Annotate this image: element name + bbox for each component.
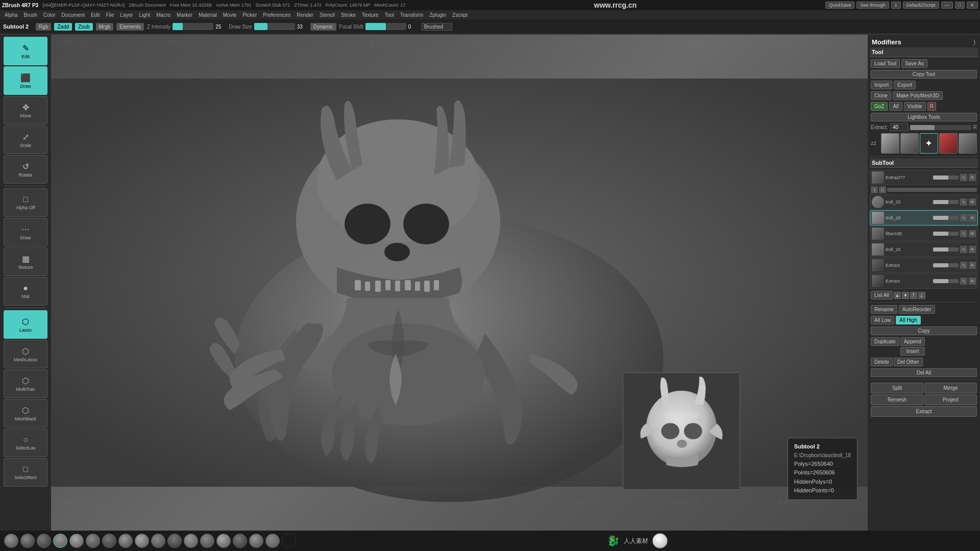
subtool-eye-troll15[interactable]: 👁: [969, 246, 976, 253]
menu-tool[interactable]: Tool: [382, 11, 397, 19]
menu-layer[interactable]: Layer: [118, 11, 136, 19]
subtool-item-troll20[interactable]: troll_20 ✎ 👁: [870, 194, 978, 210]
del-all-button[interactable]: Del All: [871, 368, 977, 377]
menu-marker[interactable]: Marker: [174, 11, 195, 19]
tool-draw[interactable]: ⬛ Draw: [4, 66, 47, 95]
merge-button[interactable]: Merge: [924, 383, 977, 393]
subtool-item-extract1[interactable]: Extract ✎ 👁: [870, 258, 978, 273]
insert-button[interactable]: Insert: [900, 347, 925, 356]
brush-thumb-1[interactable]: [4, 534, 18, 548]
menu-brush[interactable]: Brush: [21, 11, 40, 19]
move-bottom-button[interactable]: ⤓: [918, 292, 925, 299]
tool-draw2[interactable]: ⋯ Draw: [4, 218, 47, 246]
subtool-pencil-1[interactable]: ✎: [960, 174, 967, 181]
extract-thumb-star[interactable]: ✦: [920, 133, 938, 154]
icon-move-1[interactable]: ⇕: [871, 186, 878, 193]
export-button[interactable]: Export: [894, 81, 916, 89]
tool-alpha-off[interactable]: □ Alpha Off: [4, 188, 47, 217]
subtool-slider-fibers36[interactable]: [933, 232, 959, 236]
z-intensity-slider[interactable]: [173, 23, 213, 30]
menu-light[interactable]: Light: [137, 11, 153, 19]
menu-file[interactable]: File: [103, 11, 116, 19]
subtool-slider-extract2[interactable]: [933, 279, 959, 283]
brush-thumb-16[interactable]: [249, 534, 263, 548]
move-top-button[interactable]: ⤒: [910, 292, 917, 299]
see-through-button[interactable]: See through: [856, 2, 889, 9]
brush-thumb-10[interactable]: [151, 534, 165, 548]
subtool-pencil-troll15[interactable]: ✎: [960, 246, 967, 253]
subtool-pencil-fibers36[interactable]: ✎: [960, 230, 967, 237]
see-through-val[interactable]: 1: [891, 2, 901, 9]
goz-button[interactable]: GoZ: [871, 102, 888, 111]
brush-thumb-9[interactable]: [135, 534, 149, 548]
brushed-input[interactable]: [422, 23, 452, 31]
remesh-button[interactable]: Remesh: [871, 394, 923, 405]
tool-multitran[interactable]: ⬡ MultiTran: [4, 369, 47, 398]
menu-transform[interactable]: Transform: [398, 11, 426, 19]
extract-thumb-2[interactable]: [900, 133, 919, 154]
menu-color[interactable]: Color: [41, 11, 58, 19]
subtool-pencil-extract1[interactable]: ✎: [960, 262, 967, 269]
extract-thumb-4[interactable]: [959, 133, 977, 154]
brush-thumb-6[interactable]: [86, 534, 100, 548]
menu-render[interactable]: Render: [294, 11, 316, 19]
brush-thumb-17[interactable]: [265, 534, 280, 548]
icon-tool-1[interactable]: ⊡: [879, 186, 886, 193]
menu-document[interactable]: Document: [59, 11, 88, 19]
all-button[interactable]: All: [889, 102, 902, 111]
rgb-button[interactable]: Rgb: [36, 23, 51, 31]
subtool-eye-troll18[interactable]: 👁: [969, 214, 976, 221]
brush-thumb-5[interactable]: [69, 534, 84, 548]
copy-tool-button[interactable]: Copy Tool: [871, 70, 977, 79]
subtool-eye-fibers36[interactable]: 👁: [969, 230, 976, 237]
brush-thumb-7[interactable]: [102, 534, 116, 548]
subtool-eye-troll20[interactable]: 👁: [969, 198, 976, 206]
tool-lasso[interactable]: ⬡ Lasso: [4, 310, 47, 339]
subtool-slider-troll18[interactable]: [933, 216, 959, 220]
default-zscript-button[interactable]: DefaultZScript: [903, 2, 939, 9]
all-high-button[interactable]: All High: [896, 316, 920, 324]
tool-meshlasso[interactable]: ⬡ MeshLasso: [4, 340, 47, 368]
subtool-pencil-troll18[interactable]: ✎: [960, 214, 967, 221]
visible-button[interactable]: Visible: [904, 102, 926, 111]
brush-thumb-4[interactable]: [53, 534, 67, 548]
zsub-button[interactable]: Zsub: [75, 23, 92, 31]
menu-picker[interactable]: Picker: [240, 11, 259, 19]
subtool-pencil-troll20[interactable]: ✎: [960, 198, 967, 206]
brush-thumb-13[interactable]: [200, 534, 214, 548]
lightbox-tools-button[interactable]: Lightbox Tools: [871, 113, 977, 121]
close-button[interactable]: ✕: [967, 2, 978, 9]
subtool-item-troll18[interactable]: troll_18 ✎ 👁: [870, 210, 978, 226]
move-up-button[interactable]: ▲: [894, 292, 901, 299]
move-down-button[interactable]: ▼: [902, 292, 909, 299]
subtool-slider-troll15[interactable]: [933, 247, 959, 252]
autoreorder-button[interactable]: AutoReorder: [899, 305, 935, 314]
quicksave-button[interactable]: QuickSave: [825, 2, 855, 9]
menu-zplugin[interactable]: Zplugin: [427, 11, 449, 19]
menu-stencil[interactable]: Stencil: [317, 11, 337, 19]
subtool-slider-1[interactable]: [933, 176, 959, 180]
tool-texture[interactable]: ▦ Texture: [4, 247, 47, 276]
subtool-item-1[interactable]: Extract?? ✎ 👁: [870, 170, 978, 185]
tool-edit[interactable]: ✎ Edit: [4, 37, 47, 65]
canvas-area[interactable]: 人人素材社区: [51, 35, 868, 531]
brush-thumb-18[interactable]: [282, 534, 296, 548]
all-low-button[interactable]: All Low: [871, 316, 894, 324]
subtool-eye-extract1[interactable]: 👁: [969, 262, 976, 269]
tool-rotate[interactable]: ↺ Rotate: [4, 155, 47, 184]
tool-meshback[interactable]: ⬡ MeshBack: [4, 399, 47, 428]
tool-selectlasso[interactable]: ○ SelectLas: [4, 429, 47, 457]
brush-thumb-15[interactable]: [233, 534, 247, 548]
r-button[interactable]: R: [927, 102, 936, 111]
canvas-background[interactable]: 人人素材社区: [51, 35, 868, 531]
zadd-button[interactable]: Zadd: [54, 23, 72, 31]
import-button[interactable]: Import: [871, 81, 892, 89]
brush-thumb-14[interactable]: [216, 534, 231, 548]
extract-bottom-button[interactable]: Extract: [871, 406, 977, 417]
brush-thumb-3[interactable]: [37, 534, 51, 548]
extract-slider[interactable]: [910, 125, 971, 130]
make-polymesh-button[interactable]: Make PolyMesh3D: [893, 91, 943, 100]
draw-size-slider[interactable]: [254, 23, 295, 30]
brush-thumb-11[interactable]: [167, 534, 182, 548]
menu-material[interactable]: Material: [196, 11, 219, 19]
